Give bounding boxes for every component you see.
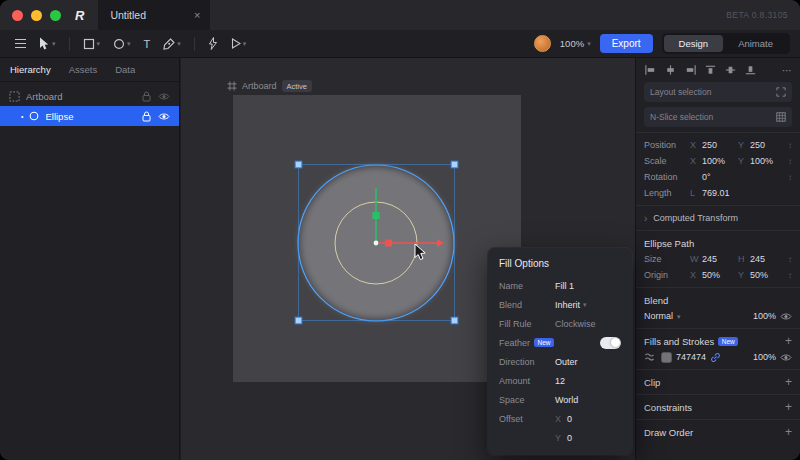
space-row: Space World	[488, 390, 632, 409]
text-tool-button[interactable]: T	[139, 35, 156, 53]
offset-y-value[interactable]: 0	[567, 433, 572, 443]
tab-design[interactable]: Design	[664, 35, 724, 52]
mode-switcher: Design Animate	[662, 33, 790, 54]
origin-x-input[interactable]: 50%	[702, 270, 738, 280]
position-x-input[interactable]: 250	[702, 140, 738, 150]
tree-item-ellipse[interactable]: • Ellipse	[0, 106, 179, 126]
chevron-down-icon[interactable]: ▾	[243, 40, 247, 47]
rotation-input[interactable]: 0°	[702, 172, 738, 182]
menu-icon[interactable]	[10, 36, 31, 51]
avatar[interactable]	[534, 35, 551, 52]
scale-row: Scale X 100% Y 100% ↕	[644, 153, 792, 169]
eye-icon[interactable]	[780, 353, 792, 362]
feather-row: Feather New	[488, 333, 632, 352]
gizmo-origin-dot[interactable]	[374, 241, 379, 246]
nslice-selection-field[interactable]: N-Slice selection	[644, 107, 792, 127]
selection-handle-br[interactable]	[451, 317, 458, 324]
selection-handle-tr[interactable]	[451, 161, 458, 168]
direction-dropdown[interactable]: Outer	[555, 357, 578, 367]
add-constraint-button[interactable]: +	[785, 401, 792, 413]
add-clip-button[interactable]: +	[785, 376, 792, 388]
tab-close-icon[interactable]: ×	[194, 9, 200, 21]
blend-mode-dropdown[interactable]: Normal	[644, 311, 673, 321]
name-value[interactable]: Fill 1	[555, 281, 574, 291]
add-fill-button[interactable]: +	[785, 335, 792, 347]
scale-x-input[interactable]: 100%	[702, 156, 738, 166]
tree-item-artboard[interactable]: Artboard	[0, 86, 179, 106]
align-bottom-icon[interactable]	[744, 64, 757, 76]
align-right-icon[interactable]	[684, 64, 697, 76]
offset-x-value[interactable]: 0	[567, 414, 572, 424]
tab-animate[interactable]: Animate	[723, 35, 788, 52]
bolt-tool-button[interactable]	[203, 34, 223, 53]
blend-opacity-input[interactable]: 100%	[753, 311, 776, 321]
left-panel-tabs: Hierarchy Assets Data	[0, 58, 179, 82]
export-button[interactable]: Export	[600, 34, 653, 53]
frame-tool-button[interactable]: ▾	[78, 35, 106, 53]
chevron-right-icon[interactable]: ›	[644, 213, 647, 224]
stepper-icon[interactable]: ↕	[788, 255, 792, 264]
gizmo-y-handle[interactable]	[373, 212, 380, 219]
stepper-icon[interactable]: ↕	[788, 173, 792, 182]
lock-icon[interactable]	[142, 111, 151, 122]
name-label: Name	[499, 281, 555, 291]
align-h-center-icon[interactable]	[664, 64, 677, 76]
computed-transform-row[interactable]: › Computed Transform	[644, 210, 792, 226]
fill-color-swatch[interactable]	[661, 352, 672, 363]
chevron-down-icon[interactable]: ▾	[177, 40, 181, 47]
select-tool-button[interactable]: ▾	[34, 34, 61, 53]
nine-slice-icon[interactable]	[776, 112, 786, 122]
layout-selection-field[interactable]: Layout selection	[644, 82, 792, 102]
zoom-control[interactable]: 100% ▾	[560, 38, 591, 49]
pen-tool-button[interactable]: ▾	[158, 35, 186, 53]
minimize-window-button[interactable]	[31, 10, 42, 21]
document-tab[interactable]: Untitled ×	[98, 0, 210, 30]
eye-icon[interactable]	[158, 92, 170, 101]
zoom-window-button[interactable]	[50, 10, 61, 21]
shape-tool-button[interactable]: ▾	[108, 35, 136, 53]
fill-hex-input[interactable]: 747474	[676, 352, 706, 362]
align-left-icon[interactable]	[644, 64, 657, 76]
selection-handle-bl[interactable]	[295, 317, 302, 324]
stepper-icon[interactable]: ↕	[788, 157, 792, 166]
position-y-input[interactable]: 250	[750, 140, 786, 150]
selection-handle-tl[interactable]	[295, 161, 302, 168]
chevron-down-icon[interactable]: ▾	[52, 40, 56, 47]
eye-icon[interactable]	[780, 312, 792, 321]
fill-opacity-input[interactable]: 100%	[753, 352, 776, 362]
amount-label: Amount	[499, 376, 555, 386]
stepper-icon[interactable]: ↕	[788, 271, 792, 280]
stepper-icon[interactable]: ↕	[788, 141, 792, 150]
tab-data[interactable]: Data	[115, 64, 135, 75]
amount-value[interactable]: 12	[555, 376, 565, 386]
origin-y-input[interactable]: 50%	[750, 270, 786, 280]
align-top-icon[interactable]	[704, 64, 717, 76]
add-draw-order-button[interactable]: +	[785, 426, 792, 438]
gizmo-x-handle[interactable]	[385, 240, 392, 247]
length-value[interactable]: 769.01	[702, 188, 752, 198]
direction-row: Direction Outer	[488, 352, 632, 371]
overflow-menu-icon[interactable]: ⋯	[782, 65, 792, 76]
close-window-button[interactable]	[12, 10, 23, 21]
align-v-center-icon[interactable]	[724, 64, 737, 76]
play-tool-button[interactable]: ▾	[226, 35, 252, 52]
blend-dropdown[interactable]: Inherit ▾	[555, 300, 587, 310]
fill-rule-value[interactable]: Clockwise	[555, 319, 596, 329]
rotation-label: Rotation	[644, 172, 690, 182]
scale-y-input[interactable]: 100%	[750, 156, 786, 166]
fill-row[interactable]: 747474 100%	[644, 349, 792, 365]
stroke-style-icon[interactable]	[644, 351, 657, 363]
tab-assets[interactable]: Assets	[69, 64, 98, 75]
space-dropdown[interactable]: World	[555, 395, 578, 405]
chevron-down-icon[interactable]: ▾	[127, 40, 131, 47]
expand-icon[interactable]	[776, 87, 786, 97]
link-icon[interactable]	[710, 352, 721, 363]
tab-hierarchy[interactable]: Hierarchy	[10, 64, 51, 75]
length-row: Length L 769.01	[644, 185, 792, 201]
chevron-down-icon[interactable]: ▾	[97, 40, 101, 47]
size-w-input[interactable]: 245	[702, 254, 738, 264]
lock-icon[interactable]	[142, 91, 151, 102]
feather-toggle[interactable]	[600, 337, 621, 349]
size-h-input[interactable]: 245	[750, 254, 786, 264]
eye-icon[interactable]	[158, 112, 170, 121]
